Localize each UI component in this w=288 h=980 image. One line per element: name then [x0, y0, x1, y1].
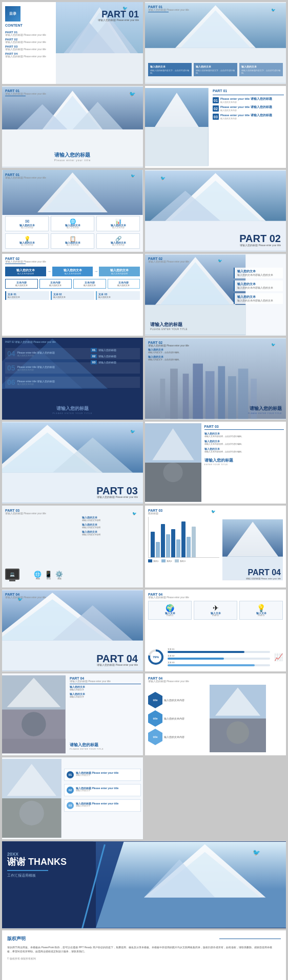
copyright-header: 版权声明	[7, 935, 281, 942]
slide-17: PART 04 请输入您的标题 Please enter your title …	[2, 673, 143, 755]
svg-point-66	[22, 712, 46, 736]
icon-item-4: 💡 输入您的文本 输入文本内容	[5, 233, 49, 249]
svg-rect-67	[2, 739, 66, 754]
svg-rect-43	[238, 368, 249, 419]
svg-rect-18	[145, 127, 209, 166]
bird-icon-2: 🐦	[271, 8, 276, 12]
slide7-header: PART 02 请输入您的标题 Please enter your title	[5, 257, 46, 264]
slide14-layout: 系列1 系列2 系列3	[148, 517, 283, 582]
svg-rect-39	[193, 364, 203, 419]
hex-2: title	[148, 710, 162, 727]
toc-item-1: PART 01 请输入您的标题 Please enter your title	[5, 31, 53, 36]
slide-2: PART 01 请输入您的标题 Please enter your title …	[145, 2, 286, 84]
bird-thanks: 🐦	[253, 849, 260, 856]
slide14-part: PART 04 请输入您的标题 Please enter your title	[246, 568, 281, 580]
slide-10: PART 02 请输入您的标题 Please enter your title …	[145, 338, 286, 420]
slide-12: PART 03 输入您的文本 请输入文本内容说明，点击后可进行编辑。 输入您的文…	[145, 422, 286, 504]
copyright-title: 版权声明	[7, 935, 26, 942]
toc-item-2: PART 02 请输入您的标题 Please enter your title	[5, 38, 53, 43]
progress-ring: 79%	[148, 649, 163, 665]
bird-icon-13: 🐦	[132, 512, 137, 516]
hex-1: title	[148, 692, 162, 708]
bird-icon-11: 🐦	[130, 429, 135, 434]
slide2-header: PART 01 请输入您的标题 Please enter your title	[148, 5, 189, 12]
svg-point-78	[19, 801, 44, 825]
bar-7	[181, 521, 186, 557]
svg-point-72	[227, 722, 249, 744]
bar-5	[171, 529, 175, 557]
bird-icon-5: 🐦	[131, 174, 135, 178]
slide4-img	[145, 86, 209, 168]
bird-icon-8: 🐦	[218, 259, 222, 263]
content-box-2: 输入您的文本 输入您的文本内容输入您的文本	[234, 280, 283, 291]
logo-icon: 目录	[9, 11, 16, 16]
slide19-items: 01 输入您的标题 Please enter your title 请输入内容文…	[64, 769, 141, 812]
hex-row-2: title 输入您的文本内容	[148, 710, 190, 727]
bar-1	[151, 532, 155, 557]
col-2: 输入您的文本 请输入您的标题内容文字，点击后可进行编辑。	[194, 63, 237, 76]
slide-13: PART 03 请输入您的标题 Please enter your title …	[2, 506, 143, 587]
bar-chart-area: 系列1 系列2 系列3	[148, 517, 219, 582]
col-1: 输入您的文本 请输入您的标题内容文字，点击后可进行编辑。	[148, 63, 192, 76]
slide5-header: PART 01 请输入您的标题 Please enter your title	[5, 173, 46, 179]
numbered-item-3: 03 Please enter your title 请输入您的标题 输入您的文…	[213, 114, 284, 120]
icon-item-6: 🔗 输入您的文本 输入文本内容	[96, 233, 140, 249]
bird-icon: 🐦	[122, 6, 128, 11]
stock-text-1: 输入您的文本 请输入内容文字	[70, 685, 141, 691]
biz-item-3: 03 输入您的标题 Please enter your title 请输入内容文…	[64, 799, 141, 812]
bird-icon-14: 🐦	[211, 510, 216, 514]
info-box-2: 输入您的文本 请输入内容文字说明	[82, 523, 141, 529]
slide-5: PART 01 请输入您的标题 Please enter your title …	[2, 170, 143, 252]
slide-6: PART 02 请输入您的标题 Please enter your title …	[145, 170, 286, 252]
item-06: 06 Please enter title 请输入您的标题 输入您的文本内容	[5, 377, 140, 388]
icon-item-5: 📋 输入您的文本 输入文本内容	[51, 233, 94, 249]
biz-item-1: 01 输入您的标题 Please enter your title 请输入内容文…	[64, 769, 141, 781]
slide-7: PART 02 请输入您的标题 Please enter your title …	[2, 254, 143, 336]
item-03: 03 请输入您的标题	[91, 360, 140, 364]
tech-icons: 🌐 网络 📱 移动 ⚙️ 系统	[34, 571, 63, 580]
slide12-title: 请输入您的标题 ENTER YOUR TITLE	[204, 458, 284, 466]
progress-value: 79%	[153, 656, 159, 659]
slide12-img	[145, 422, 201, 504]
bar-4	[166, 534, 170, 557]
num-03: 03	[67, 802, 74, 809]
icon-item-1: ✉ 输入您的文本 输入文本内容	[5, 216, 49, 231]
text-box-1: 输入您的文本 请输入文本内容说明，点击后可进行编辑。	[204, 432, 284, 438]
slide-18: PART 04 请输入您的标题 Please enter your title …	[145, 673, 286, 755]
cover-part-text: PART 01 请输入您的标题 Please enter your title	[98, 10, 139, 21]
hex-row-1: title 输入您的文本内容	[148, 692, 190, 708]
bar-3	[161, 524, 165, 557]
slide15-part: PART 04 请输入您的标题 Please enter your title	[96, 654, 138, 666]
info-box-1: 输入您的文本 请输入内容文字说明	[82, 516, 141, 521]
slide4-content: PART 01 01 Please enter your title 请输入您的…	[213, 89, 284, 120]
biz-item-2: 02 输入您的标题 Please enter your title 请输入内容文…	[64, 784, 141, 796]
svg-rect-40	[205, 371, 215, 419]
prog-item-3: 💡 输入文本 ITEM 03	[239, 601, 283, 620]
svg-rect-5	[56, 53, 143, 84]
slide2-columns: 输入您的文本 请输入您的标题内容文字，点击后可进行编辑。 输入您的文本 请输入您…	[148, 63, 283, 76]
slide17-title: 请输入您的标题 PLEASE ENTER YOUR TITLE	[70, 742, 141, 750]
hex-layout: title 输入您的文本内容 title 输入您的文本内容 title 输入您的…	[148, 685, 283, 752]
content-box-1: 输入您的文本 输入您的文本内容输入您的文本	[234, 268, 283, 278]
slide-8: PART 02 请输入您的标题 Please enter your title …	[145, 254, 286, 336]
icon-item-3: 📊 输入您的文本 输入文本内容	[96, 216, 140, 231]
cover-mountain: PART 01 请输入您的标题 Please enter your title …	[56, 2, 143, 84]
toc-item-3: PART 03 请输入您的标题 Please enter your title	[5, 45, 53, 51]
toc-item-4: PART 04 请输入您的标题 Please enter your title	[5, 52, 53, 58]
thanks-text: 谢谢 THANKS	[7, 857, 67, 868]
text-box-2: 输入您的文本 请输入文本内容说明，点击后可进行编辑。	[204, 440, 284, 445]
copyright-content: 版权声明 请勿用于商业用途。本模板由 PowerPoint 制作，您可以在遵循 …	[7, 935, 281, 980]
copyright-divider	[219, 939, 281, 939]
slide15-header: PART 04 请输入您的标题 Please enter your title	[5, 593, 46, 599]
slide13-content: 输入您的文本 请输入内容文字说明 输入您的文本 请输入内容文字说明 输入您的文本…	[82, 516, 141, 537]
chart-legend: 系列1 系列2 系列3	[148, 559, 219, 562]
slide16-header: PART 04 请输入您的标题 Please enter your title	[148, 593, 189, 599]
numbered-item-2: 02 Please enter your title 请输入您的标题 输入您的文…	[213, 105, 284, 112]
slide8-header: PART 02 请输入您的标题 Please enter your title	[148, 257, 189, 263]
slide10-header: PART 02 请输入您的标题 Please enter your title	[148, 341, 189, 347]
slide-11: 🐦 PART 03 请输入您的标题 Please enter your titl…	[2, 422, 143, 504]
slide8-title: 请输入您的标题 PLEASE ENTER YOUR TITLE	[150, 321, 188, 331]
bar-2	[156, 542, 160, 557]
slide17-img	[2, 673, 66, 755]
content-box-3: 输入您的文本 输入您的文本内容输入您的文本	[234, 293, 283, 304]
